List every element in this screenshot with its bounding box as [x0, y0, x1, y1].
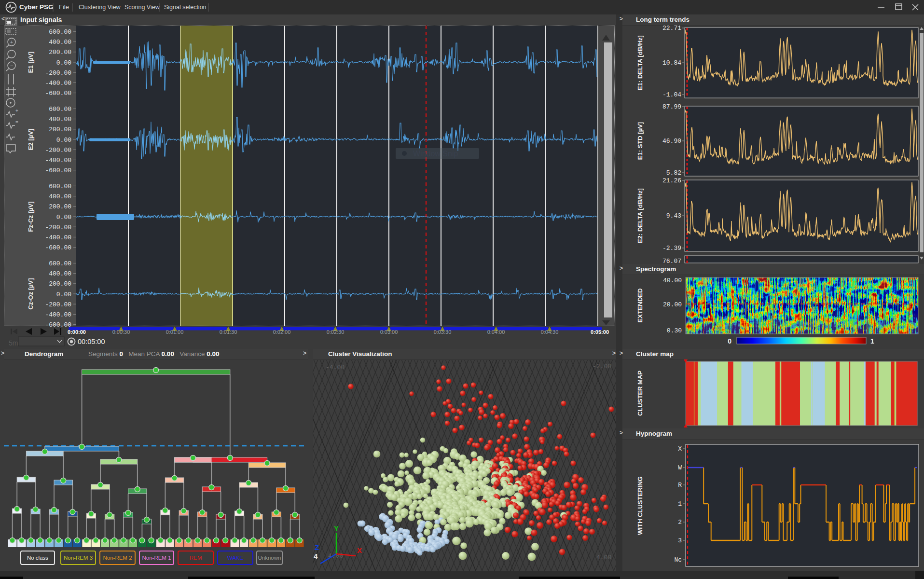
svg-text:Scoring View: Scoring View: [124, 4, 160, 11]
svg-text:Cyber PSG: Cyber PSG: [19, 3, 54, 11]
svg-text:Clustering View: Clustering View: [79, 4, 121, 11]
svg-text:Signal selection: Signal selection: [164, 4, 207, 11]
svg-text:File: File: [59, 3, 69, 11]
